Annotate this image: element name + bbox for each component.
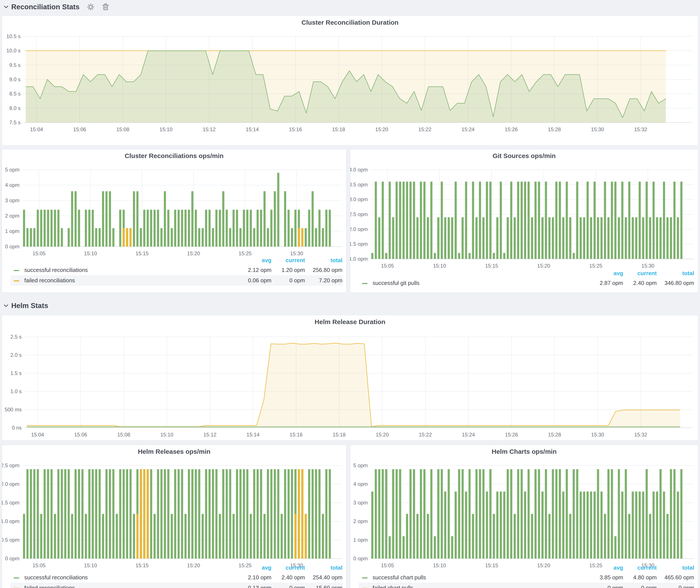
legend-total-value: 465.60 opm	[665, 572, 694, 583]
panel-git-sources-opm[interactable]: Git Sources ops/min 15:0515:1015:1515:20…	[350, 149, 698, 293]
chart-canvas-helm-release-duration: 15:0415:0615:0815:1015:1215:1415:1615:18…	[2, 315, 698, 440]
svg-text:15:10: 15:10	[160, 432, 173, 438]
svg-text:2.5 opm: 2.5 opm	[2, 462, 19, 468]
legend-header-current[interactable]: current	[285, 257, 305, 264]
legend-label[interactable]: successful git pulls	[373, 280, 419, 286]
series-color-marker	[14, 270, 19, 271]
panel-cluster-reconciliations-opm[interactable]: Cluster Reconciliations ops/min 15:0515:…	[2, 149, 347, 293]
legend-current-value: 0 opm	[641, 583, 657, 588]
svg-text:15:32: 15:32	[634, 432, 647, 438]
legend-header: avg current total	[11, 257, 343, 265]
panel-helm-release-duration[interactable]: Helm Release Duration 15:0415:0615:0815:…	[2, 315, 698, 441]
svg-text:15:08: 15:08	[116, 126, 129, 132]
svg-text:1 opm: 1 opm	[5, 228, 19, 234]
svg-text:15:24: 15:24	[461, 126, 474, 132]
legend-header-avg[interactable]: avg	[613, 270, 623, 277]
legend-label[interactable]: successful reconciliations	[24, 267, 88, 273]
legend-header-total[interactable]: total	[331, 257, 342, 264]
legend-row-failed-chart-pulls[interactable]: failed chart pulls 0 opm 0 opm 0 opm	[359, 583, 695, 588]
legend-total-value: 254.40 opm	[313, 572, 342, 583]
legend-header-current[interactable]: current	[637, 564, 657, 571]
svg-text:9.0 s: 9.0 s	[9, 76, 21, 82]
legend-row-failed-reconciliations[interactable]: failed reconciliations 0.06 opm 0 opm 7.…	[11, 275, 343, 286]
legend-label[interactable]: successful chart pulls	[373, 574, 426, 581]
panel-title[interactable]: Cluster Reconciliation Duration	[2, 19, 698, 26]
trash-icon[interactable]	[102, 3, 109, 11]
panel-title[interactable]: Cluster Reconciliations ops/min	[2, 152, 346, 160]
gear-icon[interactable]	[87, 3, 95, 11]
legend-header-current[interactable]: current	[285, 564, 305, 571]
svg-text:15:26: 15:26	[505, 126, 518, 132]
legend-header: avg current total	[359, 270, 695, 278]
panel-title[interactable]: Helm Releases ops/min	[2, 448, 346, 455]
legend-header-avg[interactable]: avg	[262, 564, 271, 571]
series-color-marker	[362, 283, 368, 284]
legend-header-avg[interactable]: avg	[262, 257, 271, 264]
svg-text:15:06: 15:06	[74, 432, 87, 438]
svg-text:2 opm: 2 opm	[5, 213, 19, 219]
svg-text:15:24: 15:24	[462, 432, 475, 438]
legend-current-value: 4.80 opm	[633, 572, 657, 583]
panel-title[interactable]: Helm Release Duration	[2, 318, 698, 326]
legend-row-successful-git-pulls[interactable]: successful git pulls 2.87 opm 2.40 opm 3…	[359, 278, 695, 288]
svg-text:1.0 opm: 1.0 opm	[2, 518, 19, 524]
svg-text:7.5 s: 7.5 s	[9, 120, 21, 125]
legend-avg-value: 0.06 opm	[248, 275, 271, 286]
panel-title[interactable]: Helm Charts ops/min	[350, 448, 698, 455]
legend-header-total[interactable]: total	[331, 564, 342, 571]
svg-text:5 opm: 5 opm	[5, 167, 19, 173]
legend-header-current[interactable]: current	[637, 270, 657, 277]
legend-header-total[interactable]: total	[682, 270, 694, 277]
svg-text:0 ns: 0 ns	[12, 425, 22, 431]
svg-text:0 opm: 0 opm	[5, 556, 19, 561]
svg-text:15:15: 15:15	[485, 263, 498, 269]
svg-text:15:05: 15:05	[32, 250, 45, 256]
legend: avg current total successful reconciliat…	[11, 564, 343, 588]
legend-label[interactable]: failed reconciliations	[24, 585, 75, 588]
section-title: Helm Stats	[11, 302, 48, 310]
svg-text:15:04: 15:04	[31, 432, 44, 438]
svg-text:15:28: 15:28	[548, 126, 561, 132]
legend-header-avg[interactable]: avg	[613, 564, 623, 571]
panel-helm-charts-opm[interactable]: Helm Charts ops/min 15:0515:1015:1515:20…	[350, 445, 698, 588]
svg-text:0 opm: 0 opm	[353, 556, 368, 561]
panel-cluster-reconciliation-duration[interactable]: Cluster Reconciliation Duration 15:0415:…	[2, 16, 698, 145]
svg-text:15:12: 15:12	[203, 432, 216, 438]
section-header-helm-stats[interactable]: Helm Stats	[3, 301, 48, 310]
svg-text:5 opm: 5 opm	[353, 462, 368, 468]
legend: avg current total successful reconciliat…	[11, 257, 343, 286]
panel-helm-releases-opm[interactable]: Helm Releases ops/min 15:0515:1015:1515:…	[2, 445, 347, 588]
legend-avg-value: 2.12 opm	[248, 265, 271, 275]
legend-label[interactable]: failed chart pulls	[373, 585, 413, 588]
svg-text:15:18: 15:18	[332, 126, 345, 132]
legend-header-total[interactable]: total	[682, 564, 694, 571]
legend-row-successful-reconciliations[interactable]: successful reconciliations 2.12 opm 1.20…	[11, 265, 343, 275]
svg-text:2.0 opm: 2.0 opm	[350, 226, 368, 232]
legend-total-value: 7.20 opm	[319, 275, 342, 286]
svg-text:15:30: 15:30	[641, 263, 654, 269]
svg-text:2.5 s: 2.5 s	[10, 334, 22, 340]
legend-current-value: 2.40 opm	[282, 572, 305, 583]
legend-avg-value: 0 opm	[608, 583, 623, 588]
svg-text:4 opm: 4 opm	[353, 481, 368, 487]
series-color-marker	[14, 577, 19, 578]
legend-label[interactable]: successful reconciliations	[24, 574, 88, 581]
legend-row-failed-reconciliations[interactable]: failed reconciliations 0.13 opm 0 opm 15…	[11, 583, 343, 588]
svg-text:3.5 opm: 3.5 opm	[350, 182, 368, 187]
legend-current-value: 2.40 opm	[633, 278, 657, 288]
section-header-reconciliation-stats[interactable]: Reconciliation Stats	[3, 2, 109, 12]
svg-text:8.5 s: 8.5 s	[9, 91, 21, 97]
svg-text:15:30: 15:30	[591, 126, 604, 132]
svg-text:0.5 opm: 0.5 opm	[2, 537, 19, 543]
legend-row-successful-reconciliations[interactable]: successful reconciliations 2.10 opm 2.40…	[11, 572, 343, 583]
section-title: Reconciliation Stats	[11, 3, 79, 11]
svg-text:15:25: 15:25	[589, 263, 602, 269]
legend-row-successful-chart-pulls[interactable]: successful chart pulls 3.85 opm 4.80 opm…	[359, 572, 695, 583]
svg-text:15:04: 15:04	[30, 126, 43, 132]
svg-text:15:10: 15:10	[433, 263, 446, 269]
legend-header: avg current total	[11, 564, 343, 572]
svg-text:1.5 s: 1.5 s	[10, 370, 22, 376]
legend-label[interactable]: failed reconciliations	[24, 277, 75, 284]
svg-text:4 opm: 4 opm	[5, 182, 19, 188]
panel-title[interactable]: Git Sources ops/min	[350, 152, 698, 160]
